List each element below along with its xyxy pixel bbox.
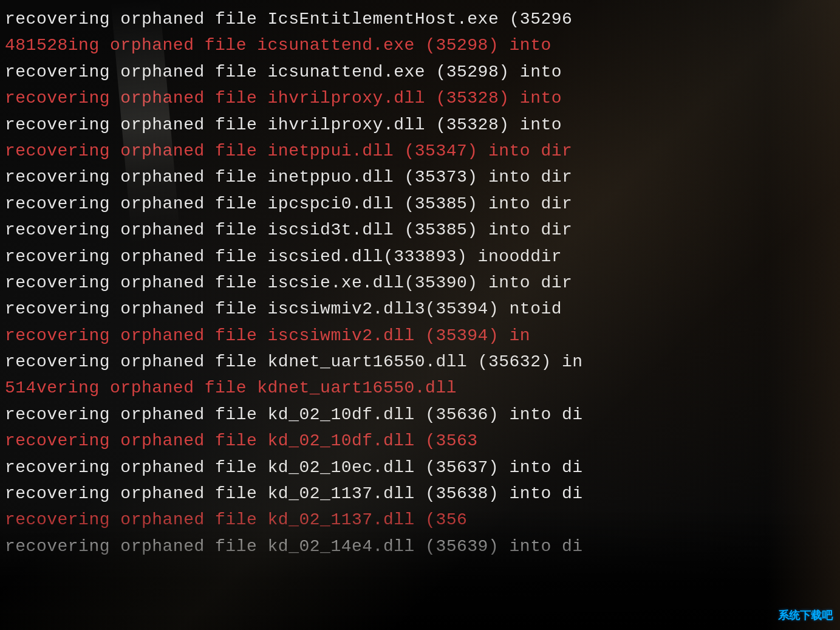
terminal-line-10: recovering orphaned file iscsie.xe.dll(3… [0,270,840,296]
terminal-line-1: 481528ing orphaned file icsunattend.exe … [0,32,840,58]
terminal-line-14: 514vering orphaned file kdnet_uart16550.… [0,375,840,401]
bottom-vignette [0,508,840,630]
terminal-line-11: recovering orphaned file iscsiwmiv2.dll3… [0,296,840,322]
terminal-line-5: recovering orphaned file inetppui.dll (3… [0,138,840,164]
terminal-line-8: recovering orphaned file iscsid3t.dll (3… [0,217,840,243]
terminal-line-16: recovering orphaned file kd_02_10df.dll … [0,428,840,454]
terminal-output: recovering orphaned file IcsEntitlementH… [0,0,840,560]
terminal-line-3: recovering orphaned file ihvrilproxy.dll… [0,85,840,111]
terminal-line-6: recovering orphaned file inetppuo.dll (3… [0,164,840,190]
right-bezel [767,0,840,630]
terminal-line-0: recovering orphaned file IcsEntitlementH… [0,6,840,32]
terminal-line-13: recovering orphaned file kdnet_uart16550… [0,349,840,375]
terminal-line-9: recovering orphaned file iscsied.dll(333… [0,244,840,270]
terminal-line-18: recovering orphaned file kd_02_1137.dll … [0,481,840,507]
terminal-line-12: recovering orphaned file iscsiwmiv2.dll … [0,323,840,349]
terminal-line-17: recovering orphaned file kd_02_10ec.dll … [0,454,840,481]
terminal-line-15: recovering orphaned file kd_02_10df.dll … [0,402,840,428]
terminal-line-2: recovering orphaned file icsunattend.exe… [0,59,840,85]
terminal-line-4: recovering orphaned file ihvrilproxy.dll… [0,112,840,138]
watermark-label: 系统下载吧 [778,608,833,623]
terminal-line-7: recovering orphaned file ipcspci0.dll (3… [0,191,840,217]
